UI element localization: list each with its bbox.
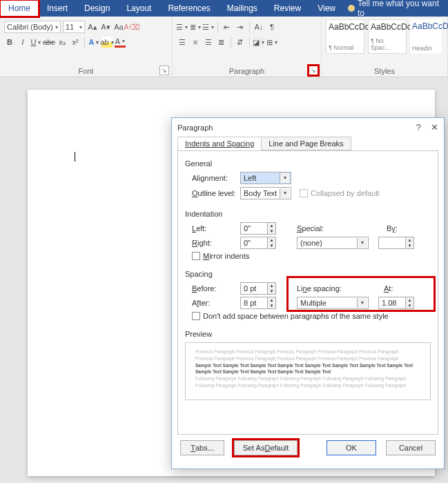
tab-review[interactable]: Review [266, 0, 309, 17]
paragraph-dialog: Paragraph ? ✕ Indents and Spacing Line a… [171, 117, 445, 469]
dialog-tabpanel: General Alignment: Left▾ Outline level: … [177, 150, 438, 435]
borders-icon[interactable]: ⊞▾ [266, 37, 277, 48]
tell-me-label: Tell me what you want to [358, 0, 448, 18]
tell-me-search[interactable]: Tell me what you want to [348, 0, 448, 18]
grow-font-icon[interactable]: A▴ [87, 21, 98, 32]
section-general: General [185, 159, 431, 168]
group-paragraph: ☰▾ ≣▾ ☱▾ ⇤ ⇥ A↓ ¶ ☰ ≡ ☰ ≣ ⇵ ◪▾ ⊞▾ Paragr… [173, 17, 322, 77]
bullets-icon[interactable]: ☰▾ [177, 21, 188, 32]
line-spacing-select[interactable]: Multiple▾ [297, 297, 369, 309]
tabs-button[interactable]: Tabs... [180, 440, 224, 455]
tab-line-page-breaks[interactable]: Line and Page Breaks [261, 137, 351, 150]
section-preview: Preview [185, 330, 431, 338]
set-as-default-button[interactable]: Set As Default [234, 440, 298, 455]
superscript-icon[interactable]: x² [70, 37, 81, 48]
decrease-indent-icon[interactable]: ⇤ [222, 21, 233, 32]
multilevel-icon[interactable]: ☱▾ [203, 21, 214, 32]
text-effects-icon[interactable]: A▾ [88, 37, 99, 48]
text-cursor [75, 152, 75, 161]
bulb-icon [348, 5, 355, 12]
special-label: Special: [297, 224, 345, 233]
group-label-styles: Styles [322, 67, 447, 75]
close-icon[interactable]: ✕ [431, 122, 438, 132]
ok-button[interactable]: OK [327, 440, 376, 455]
line-spacing-icon[interactable]: ⇵ [235, 37, 246, 48]
ribbon-tabs: Home Insert Design Layout References Mai… [0, 0, 448, 17]
font-color-icon[interactable]: A▾ [115, 37, 126, 48]
at-label: At: [384, 284, 393, 293]
tab-references[interactable]: References [159, 0, 218, 17]
highlight-icon[interactable]: ab▾ [101, 37, 113, 48]
by-spin[interactable]: ▲▼ [378, 237, 414, 249]
at-spin[interactable]: 1.08▲▼ [378, 297, 414, 309]
numbering-icon[interactable]: ≣▾ [190, 21, 201, 32]
collapsed-checkbox [300, 189, 308, 197]
align-left-icon[interactable]: ☰ [177, 37, 188, 48]
sort-icon[interactable]: A↓ [253, 21, 264, 32]
dont-add-space-label: Don't add space between paragraphs of th… [203, 312, 389, 320]
mirror-checkbox[interactable] [192, 252, 200, 260]
tab-indents-spacing[interactable]: Indents and Spacing [177, 137, 262, 150]
indent-right-label: Right: [192, 239, 240, 247]
section-indentation: Indentation [185, 210, 431, 218]
tab-view[interactable]: View [309, 0, 344, 17]
mirror-label: Mirror indents [203, 252, 249, 260]
after-label: After: [192, 299, 240, 307]
shrink-font-icon[interactable]: A▾ [100, 21, 111, 32]
increase-indent-icon[interactable]: ⇥ [235, 21, 246, 32]
paragraph-dialog-launcher[interactable]: ↘ [309, 66, 318, 75]
indent-left-spin[interactable]: 0"▲▼ [240, 222, 276, 235]
strikethrough-icon[interactable]: abc [43, 37, 55, 48]
align-center-icon[interactable]: ≡ [190, 37, 201, 48]
after-spin[interactable]: 8 pt▲▼ [240, 297, 276, 309]
group-font: Calibri (Body)▾ 11▾ A▴ A▾ Aa A⌫ B I U▾ a… [0, 17, 173, 77]
tab-layout[interactable]: Layout [118, 0, 159, 17]
underline-icon[interactable]: U▾ [30, 37, 41, 48]
section-spacing: Spacing [185, 270, 431, 278]
indent-right-spin[interactable]: 0"▲▼ [240, 237, 276, 249]
change-case-icon[interactable]: Aa [113, 21, 124, 32]
line-spacing-label: Line spacing: [297, 284, 348, 293]
outline-label: Outline level: [192, 189, 240, 197]
justify-icon[interactable]: ≣ [216, 37, 227, 48]
collapsed-label: Collapsed by default [311, 189, 380, 197]
clear-formatting-icon[interactable]: A⌫ [126, 21, 137, 32]
font-size-combo[interactable]: 11▾ [63, 21, 85, 33]
bold-icon[interactable]: B [4, 37, 15, 48]
shading-icon[interactable]: ◪▾ [253, 37, 264, 48]
italic-icon[interactable]: I [17, 37, 28, 48]
group-styles: AaBbCcDc ¶ Normal AaBbCcDc ¶ No Spac... … [322, 17, 448, 77]
font-name-combo[interactable]: Calibri (Body)▾ [4, 21, 61, 33]
cancel-button[interactable]: Cancel [386, 440, 436, 455]
ribbon-body: Calibri (Body)▾ 11▾ A▴ A▾ Aa A⌫ B I U▾ a… [0, 17, 448, 77]
tab-mailings[interactable]: Mailings [219, 0, 266, 17]
style-normal[interactable]: AaBbCcDc ¶ Normal [326, 19, 364, 54]
show-marks-icon[interactable]: ¶ [266, 21, 277, 32]
subscript-icon[interactable]: x₂ [57, 37, 68, 48]
align-right-icon[interactable]: ☰ [203, 37, 214, 48]
alignment-label: Alignment: [192, 174, 240, 182]
group-label-font: Font [0, 67, 172, 75]
dont-add-space-checkbox[interactable] [192, 312, 200, 320]
special-select[interactable]: (none)▾ [297, 237, 369, 249]
group-label-paragraph: Paragraph [173, 67, 321, 75]
style-no-spacing[interactable]: AaBbCcDc ¶ No Spac... [368, 19, 407, 54]
preview-box: Previous Paragraph Previous Paragraph Pr… [185, 342, 431, 400]
tab-home[interactable]: Home [0, 0, 39, 17]
tab-insert[interactable]: Insert [39, 0, 76, 17]
before-spin[interactable]: 0 pt▲▼ [240, 282, 276, 295]
before-label: Before: [192, 284, 240, 293]
alignment-select[interactable]: Left▾ [240, 172, 291, 184]
by-label: By: [387, 224, 414, 233]
indent-left-label: Left: [192, 224, 240, 233]
style-heading1[interactable]: AaBbCcDc Headin [410, 19, 442, 54]
outline-select[interactable]: Body Text▾ [240, 187, 291, 199]
font-dialog-launcher[interactable]: ↘ [159, 66, 169, 75]
dialog-title: Paragraph [177, 124, 213, 132]
help-icon[interactable]: ? [416, 122, 421, 132]
tab-design[interactable]: Design [76, 0, 118, 17]
